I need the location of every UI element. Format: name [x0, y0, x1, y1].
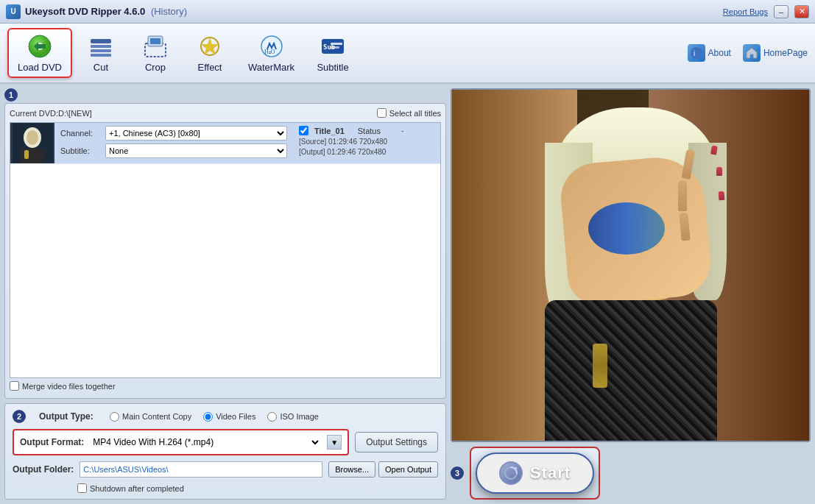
- effect-icon: [197, 33, 223, 60]
- start-label: Start: [530, 464, 571, 483]
- app-title: Ukeysoft DVD Ripper 4.6.0 (History): [25, 6, 187, 17]
- app-name: Ukeysoft DVD Ripper 4.6.0: [25, 6, 145, 17]
- channel-select[interactable]: +1, Chinese (AC3) [0x80]: [105, 126, 287, 141]
- video-preview: 00:00:00 00:00:33 01:29:46 ▶ ■: [451, 88, 811, 442]
- watermark-button[interactable]: H₂O WaterMark: [239, 28, 304, 78]
- finger-1: [682, 149, 696, 179]
- cut-icon: [88, 33, 114, 60]
- effect-button[interactable]: Effect: [184, 28, 236, 78]
- start-button-container: Start: [470, 447, 600, 500]
- subtitle-label: Subtitle:: [60, 146, 101, 155]
- file-list-header: Current DVD:D:\[NEW] Select all titles: [10, 108, 441, 118]
- radio-video-files[interactable]: Video Files: [203, 412, 255, 422]
- title-bar: U Ukeysoft DVD Ripper 4.6.0 (History) Re…: [0, 0, 815, 24]
- subtitle-button[interactable]: Sub Subtitle: [307, 28, 359, 78]
- output-format-select[interactable]: MP4 Video With H.264 (*.mp4): [90, 433, 321, 451]
- radio-video-files-input[interactable]: [203, 412, 213, 422]
- cut-button[interactable]: Cut: [75, 28, 127, 78]
- svg-text:i: i: [694, 49, 695, 57]
- subtitle-icon: Sub: [320, 33, 346, 60]
- minimize-button[interactable]: –: [774, 5, 788, 18]
- svg-rect-10: [150, 38, 160, 44]
- format-dropdown-arrow[interactable]: ▼: [327, 435, 342, 450]
- folder-actions: Browse... Open Output: [328, 461, 438, 478]
- select-all-checkbox-row[interactable]: Select all titles: [377, 108, 441, 118]
- browse-button[interactable]: Browse...: [328, 461, 375, 478]
- nail-2: [716, 167, 722, 176]
- homepage-icon: [743, 44, 761, 62]
- status-value: -: [401, 127, 403, 135]
- radio-iso-image[interactable]: ISO Image: [267, 412, 319, 422]
- report-bugs-link[interactable]: Report Bugs: [723, 7, 768, 16]
- subtitle-row: Subtitle: None: [60, 143, 287, 158]
- file-table: Channel: +1, Chinese (AC3) [0x80] Subtit…: [10, 122, 441, 378]
- output-format-container: Output Format: MP4 Video With H.264 (*.m…: [13, 429, 438, 455]
- subtitle-select[interactable]: None: [105, 143, 287, 158]
- file-thumbnail: [10, 123, 54, 163]
- title-status-row: Title_01 Status -: [299, 126, 434, 135]
- title-name: Title_01: [314, 127, 345, 135]
- svg-rect-23: [20, 149, 46, 163]
- radio-iso-image-input[interactable]: [267, 412, 277, 422]
- svg-text:H₂O: H₂O: [264, 49, 275, 55]
- finger-2: [678, 180, 687, 211]
- about-label: About: [708, 48, 731, 58]
- nail-1: [710, 146, 718, 155]
- radio-main-content-input[interactable]: [110, 412, 119, 422]
- open-output-button[interactable]: Open Output: [378, 461, 438, 478]
- about-icon: i: [688, 44, 705, 62]
- title-checkbox[interactable]: [299, 126, 308, 135]
- nail-3: [718, 191, 724, 201]
- merge-label: Merge video files together: [22, 382, 116, 391]
- crop-icon: [142, 33, 169, 60]
- toolbar-right: i About HomePage: [688, 44, 808, 62]
- svg-rect-24: [24, 150, 29, 159]
- source-detail: [Source] 01:29:46 720x480: [299, 138, 434, 146]
- table-row[interactable]: Channel: +1, Chinese (AC3) [0x80] Subtit…: [10, 123, 440, 164]
- step2-badge: 2: [13, 410, 26, 423]
- start-section: 3 Start: [451, 447, 811, 500]
- figure-container: [535, 90, 727, 441]
- step1-badge: 1: [4, 88, 18, 102]
- svg-rect-5: [91, 45, 111, 48]
- radio-video-files-label: Video Files: [216, 412, 255, 421]
- close-button[interactable]: ✕: [794, 5, 809, 18]
- left-panel: 1 Current DVD:D:\[NEW] Select all titles: [4, 88, 446, 500]
- svg-rect-16: [331, 43, 342, 45]
- crop-button[interactable]: Crop: [130, 28, 181, 78]
- start-button[interactable]: Start: [476, 452, 594, 494]
- output-detail: [Output] 01:29:46 720x480: [299, 148, 434, 156]
- finger-3: [679, 213, 690, 241]
- merge-checkbox[interactable]: [10, 381, 19, 391]
- output-panel: 2 Output Type: Main Content Copy Video F…: [4, 403, 446, 500]
- radio-main-content-label: Main Content Copy: [122, 412, 191, 421]
- eye-makeup-blue: [588, 202, 665, 255]
- output-settings-button[interactable]: Output Settings: [355, 432, 438, 452]
- svg-rect-6: [91, 49, 111, 52]
- load-dvd-button[interactable]: Load DVD: [7, 28, 72, 78]
- radio-main-content[interactable]: Main Content Copy: [110, 412, 191, 422]
- title-bar-left: U Ukeysoft DVD Ripper 4.6.0 (History): [6, 4, 187, 19]
- shutdown-row: Shutdown after completed: [13, 483, 438, 493]
- homepage-label: HomePage: [763, 48, 808, 58]
- effect-label: Effect: [197, 62, 222, 73]
- step3-badge: 3: [451, 466, 464, 480]
- load-dvd-label: Load DVD: [18, 62, 62, 73]
- select-all-label: Select all titles: [389, 109, 441, 118]
- output-format-row: Output Format: MP4 Video With H.264 (*.m…: [13, 429, 349, 455]
- merge-checkbox-row[interactable]: Merge video files together: [10, 378, 441, 394]
- crop-label: Crop: [145, 62, 166, 73]
- shutdown-checkbox[interactable]: [77, 483, 87, 493]
- output-folder-row: Output Folder: Browse... Open Output: [13, 461, 438, 478]
- output-type-row: 2 Output Type: Main Content Copy Video F…: [13, 410, 438, 423]
- output-folder-label: Output Folder:: [13, 464, 74, 475]
- about-link[interactable]: i About: [688, 44, 731, 62]
- file-list-panel: Current DVD:D:\[NEW] Select all titles: [4, 103, 446, 399]
- output-folder-input[interactable]: [80, 461, 322, 478]
- right-panel: 00:00:00 00:00:33 01:29:46 ▶ ■: [451, 88, 811, 500]
- main-content: 1 Current DVD:D:\[NEW] Select all titles: [0, 84, 815, 504]
- title-bar-right: Report Bugs – ✕: [723, 5, 809, 18]
- output-type-label: Output Type:: [39, 411, 98, 422]
- select-all-checkbox[interactable]: [377, 108, 387, 118]
- homepage-link[interactable]: HomePage: [743, 44, 808, 62]
